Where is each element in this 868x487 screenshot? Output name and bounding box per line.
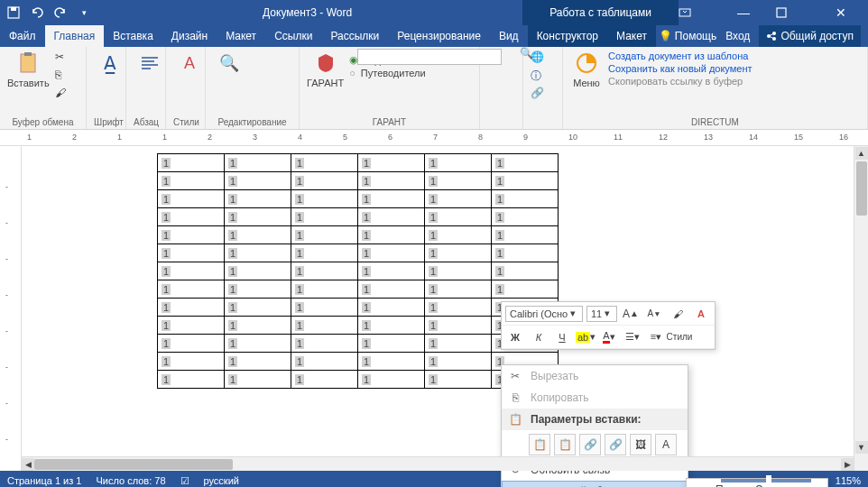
table-cell[interactable]: 1 xyxy=(291,208,358,226)
table-cell[interactable]: 1 xyxy=(492,226,559,244)
scroll-down-icon[interactable]: ▼ xyxy=(855,441,868,454)
save-icon[interactable] xyxy=(5,5,22,21)
table-cell[interactable]: 1 xyxy=(358,299,425,317)
underline-button[interactable]: Ч xyxy=(552,327,572,347)
help-button[interactable]: 💡 Помощь xyxy=(659,30,717,42)
ctx-linked-object[interactable]: Связанный объект Лист▸ xyxy=(502,481,688,487)
table-cell[interactable]: 1 xyxy=(291,371,358,389)
bullets-icon[interactable]: ☰▾ xyxy=(623,327,642,347)
table-cell[interactable]: 1 xyxy=(225,280,291,299)
highlight-icon[interactable]: ab▾ xyxy=(576,327,596,347)
table-cell[interactable]: 1 xyxy=(291,244,358,262)
table-cell[interactable]: 1 xyxy=(225,190,291,208)
font-group-button[interactable]: A̲ xyxy=(94,51,126,76)
paste-opt-link-source[interactable]: 🔗 xyxy=(579,434,601,455)
ctx-cut[interactable]: ✂Вырезать xyxy=(502,365,688,387)
font-size-combo[interactable]: 11 ▾ xyxy=(586,306,617,322)
tab-layout[interactable]: Макет xyxy=(217,25,265,47)
document-table[interactable]: 1111111111111111111111111111111111111111… xyxy=(157,153,559,389)
table-cell[interactable]: 1 xyxy=(158,154,225,172)
directum-create-link[interactable]: Создать документ из шаблона xyxy=(608,51,753,61)
directum-copy-link[interactable]: Скопировать ссылку в буфер xyxy=(608,76,753,87)
table-cell[interactable]: 1 xyxy=(425,299,492,317)
table-cell[interactable]: 1 xyxy=(291,353,358,371)
table-cell[interactable]: 1 xyxy=(291,262,358,280)
hscroll-thumb[interactable] xyxy=(34,459,233,470)
table-cell[interactable]: 1 xyxy=(158,299,225,317)
search-icon[interactable]: 🔍 xyxy=(520,47,533,60)
table-cell[interactable]: 1 xyxy=(358,335,425,353)
tab-review[interactable]: Рецензирование xyxy=(388,25,490,47)
vertical-scrollbar[interactable]: ▲ ▼ xyxy=(854,146,868,471)
horizontal-scrollbar[interactable]: ◀ ▶ xyxy=(22,456,854,471)
signin-button[interactable]: Вход xyxy=(725,30,750,42)
italic-button[interactable]: К xyxy=(529,327,549,347)
table-cell[interactable]: 1 xyxy=(358,244,425,262)
garant-button[interactable]: ГАРАНТ xyxy=(307,51,344,88)
table-cell[interactable]: 1 xyxy=(492,190,559,208)
table-cell[interactable]: 1 xyxy=(358,208,425,226)
table-cell[interactable]: 1 xyxy=(425,172,492,190)
table-cell[interactable]: 1 xyxy=(358,226,425,244)
table-cell[interactable]: 1 xyxy=(158,280,225,299)
language-status[interactable]: русский xyxy=(204,475,239,486)
table-cell[interactable]: 1 xyxy=(158,262,225,280)
link-icon[interactable]: 🔗 xyxy=(531,87,549,103)
guide-button[interactable]: ○Путеводители xyxy=(349,68,425,78)
paste-button[interactable]: Вставить xyxy=(7,51,50,88)
page[interactable]: 1111111111111111111111111111111111111111… xyxy=(22,146,868,471)
font-combo[interactable]: Calibri (Осно ▾ xyxy=(505,306,583,322)
styles-mini-button[interactable]: A xyxy=(691,304,711,324)
qat-dropdown-icon[interactable]: ▾ xyxy=(76,5,92,21)
styles-dropdown[interactable]: Стили xyxy=(669,327,689,347)
table-cell[interactable]: 1 xyxy=(291,280,358,299)
undo-icon[interactable] xyxy=(29,5,45,21)
table-cell[interactable]: 1 xyxy=(225,172,291,190)
tab-mailings[interactable]: Рассылки xyxy=(321,25,388,47)
tab-home[interactable]: Главная xyxy=(45,25,105,47)
table-cell[interactable]: 1 xyxy=(158,226,225,244)
table-cell[interactable]: 1 xyxy=(225,353,291,371)
table-cell[interactable]: 1 xyxy=(158,208,225,226)
table-cell[interactable]: 1 xyxy=(358,262,425,280)
grow-font-icon[interactable]: A▲ xyxy=(621,304,641,324)
table-cell[interactable]: 1 xyxy=(425,262,492,280)
table-cell[interactable]: 1 xyxy=(492,154,559,172)
proofing-icon[interactable]: ☑ xyxy=(180,475,189,487)
format-painter-icon[interactable]: 🖌 xyxy=(55,87,73,103)
table-cell[interactable]: 1 xyxy=(225,317,291,335)
table-cell[interactable]: 1 xyxy=(492,280,559,299)
copy-icon[interactable]: ⎘ xyxy=(55,69,73,85)
tab-table-layout[interactable]: Макет xyxy=(607,25,656,47)
table-cell[interactable]: 1 xyxy=(291,226,358,244)
tab-constructor[interactable]: Конструктор xyxy=(528,25,607,47)
table-cell[interactable]: 1 xyxy=(425,208,492,226)
table-cell[interactable]: 1 xyxy=(291,172,358,190)
table-cell[interactable]: 1 xyxy=(158,371,225,389)
tab-design[interactable]: Дизайн xyxy=(162,25,217,47)
table-cell[interactable]: 1 xyxy=(358,172,425,190)
horizontal-ruler[interactable]: 1211234567891011121314151617 xyxy=(0,130,868,146)
shrink-font-icon[interactable]: A▼ xyxy=(644,304,664,324)
table-cell[interactable]: 1 xyxy=(291,299,358,317)
table-cell[interactable]: 1 xyxy=(225,208,291,226)
tell-me-search[interactable] xyxy=(357,49,502,65)
editing-group-button[interactable]: 🔍 xyxy=(213,51,245,76)
paragraph-group-button[interactable] xyxy=(134,51,166,76)
table-cell[interactable]: 1 xyxy=(291,335,358,353)
table-cell[interactable]: 1 xyxy=(492,262,559,280)
tab-references[interactable]: Ссылки xyxy=(265,25,321,47)
table-cell[interactable]: 1 xyxy=(225,371,291,389)
table-cell[interactable]: 1 xyxy=(425,280,492,299)
format-painter-mini-icon[interactable]: 🖌 xyxy=(668,304,688,324)
ribbon-options-icon[interactable] xyxy=(679,8,711,17)
table-cell[interactable]: 1 xyxy=(425,190,492,208)
table-cell[interactable]: 1 xyxy=(291,154,358,172)
globe-icon[interactable]: 🌐 xyxy=(531,51,549,67)
tab-insert[interactable]: Вставка xyxy=(104,25,162,47)
table-cell[interactable]: 1 xyxy=(358,154,425,172)
table-cell[interactable]: 1 xyxy=(225,262,291,280)
table-cell[interactable]: 1 xyxy=(291,190,358,208)
numbering-icon[interactable]: ≡▾ xyxy=(646,327,666,347)
page-status[interactable]: Страница 1 из 1 xyxy=(7,475,81,486)
